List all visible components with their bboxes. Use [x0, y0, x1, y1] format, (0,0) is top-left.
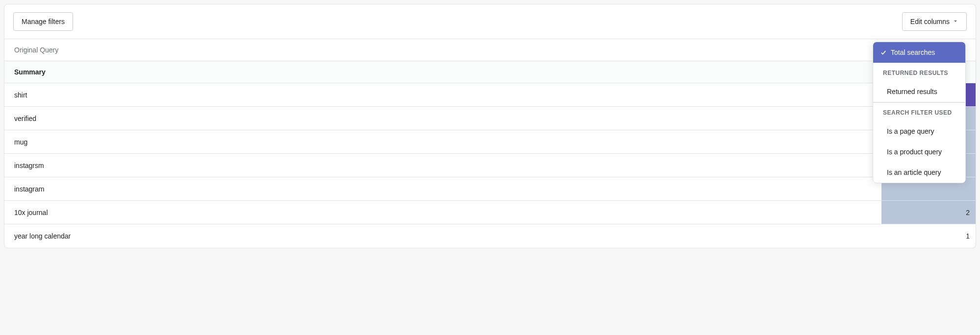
dropdown-item-is-product-query[interactable]: Is a product query — [873, 142, 965, 162]
query-text: year long calendar — [14, 232, 71, 240]
query-cell: verified — [4, 107, 881, 130]
query-text: verified — [14, 115, 36, 122]
value-cell: 2 — [881, 201, 976, 224]
query-cell: instagram — [4, 177, 881, 200]
manage-filters-label: Manage filters — [22, 18, 65, 25]
caret-down-icon — [953, 18, 958, 25]
dropdown-section-header-search-filter-used: SEARCH FILTER USED — [873, 102, 965, 121]
dropdown-section-header-returned-results: RETURNED RESULTS — [873, 63, 965, 81]
summary-row: Summary — [4, 61, 976, 83]
dropdown-item-label: Is a page query — [887, 127, 934, 135]
edit-columns-button[interactable]: Edit columns — [902, 12, 967, 31]
table-row[interactable]: 10x journal 2 — [4, 201, 976, 224]
dropdown-item-is-page-query[interactable]: Is a page query — [873, 121, 965, 142]
summary-label: Summary — [14, 68, 46, 76]
dropdown-item-label: Is a product query — [887, 148, 942, 156]
query-cell: mug — [4, 130, 881, 153]
edit-columns-label: Edit columns — [910, 18, 950, 25]
toolbar: Manage filters Edit columns — [4, 4, 976, 39]
table-row[interactable]: mug — [4, 130, 976, 154]
query-text: shirt — [14, 91, 27, 99]
value-text: 2 — [966, 209, 970, 216]
table-row[interactable]: verified — [4, 107, 976, 130]
query-text: instagrsm — [14, 162, 44, 169]
dropdown-item-label: Is an article query — [887, 168, 941, 176]
dropdown-item-label: Total searches — [891, 48, 935, 56]
edit-columns-dropdown: Total searches RETURNED RESULTS Returned… — [873, 42, 966, 183]
column-header-original-query: Original Query — [14, 46, 58, 54]
value-cell: 1 — [881, 224, 976, 248]
dropdown-item-total-searches[interactable]: Total searches — [873, 42, 965, 63]
query-text: 10x journal — [14, 209, 48, 216]
report-container: Manage filters Edit columns Original Que… — [4, 4, 976, 248]
dropdown-item-returned-results[interactable]: Returned results — [873, 81, 965, 102]
table-wrapper: Original Query Summary shirt verified mu… — [4, 39, 976, 248]
query-cell: instagrsm — [4, 154, 881, 177]
query-text: instagram — [14, 185, 44, 193]
table-row[interactable]: instagrsm — [4, 154, 976, 177]
table-row[interactable]: year long calendar 1 — [4, 224, 976, 248]
dropdown-item-label: Returned results — [887, 88, 937, 96]
manage-filters-button[interactable]: Manage filters — [13, 12, 73, 31]
dropdown-item-is-article-query[interactable]: Is an article query — [873, 162, 965, 183]
table-row[interactable]: instagram — [4, 177, 976, 201]
query-text: mug — [14, 138, 27, 146]
table-header-row: Original Query — [4, 39, 976, 61]
value-text: 1 — [966, 232, 970, 240]
query-cell: year long calendar — [4, 224, 881, 248]
check-icon — [880, 49, 887, 56]
query-cell: shirt — [4, 83, 881, 106]
table-row[interactable]: shirt — [4, 83, 976, 107]
query-cell: 10x journal — [4, 201, 881, 224]
